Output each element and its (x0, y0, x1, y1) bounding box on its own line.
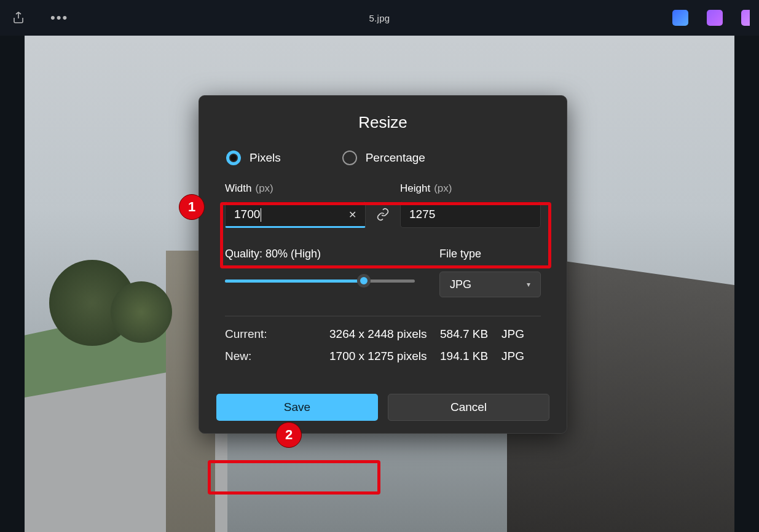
new-size: 194.1 KB (440, 350, 501, 363)
radio-pixels-label: Pixels (250, 151, 281, 165)
current-type: JPG (501, 327, 538, 341)
app-icon-1[interactable] (672, 10, 688, 26)
filetype-label: File type (439, 248, 541, 260)
quality-slider[interactable] (225, 274, 415, 286)
radio-pixels[interactable]: Pixels (226, 151, 281, 165)
width-unit: (px) (255, 182, 273, 195)
save-button-label: Save (284, 401, 310, 414)
chevron-down-icon: ▾ (527, 280, 530, 289)
current-dims: 3264 x 2448 pixels (329, 327, 440, 341)
new-label: New: (225, 350, 329, 363)
unit-radio-group: Pixels Percentage (216, 151, 549, 165)
radio-percentage[interactable]: Percentage (342, 151, 425, 165)
app-icon-3[interactable] (741, 10, 750, 26)
height-unit: (px) (434, 182, 452, 195)
filetype-value: JPG (450, 278, 471, 291)
clear-width-icon[interactable]: ✕ (348, 209, 356, 221)
save-button[interactable]: Save (216, 394, 378, 421)
height-input[interactable]: 1275 (400, 201, 541, 228)
resize-dialog: Resize Pixels Percentage Width (px) 1700… (199, 95, 567, 434)
annotation-badge-1: 1 (179, 194, 205, 220)
new-dims: 1700 x 1275 pixels (329, 350, 440, 363)
slider-thumb[interactable] (357, 274, 371, 288)
radio-pixels-indicator (226, 151, 241, 165)
info-grid: Current: 3264 x 2448 pixels 584.7 KB JPG… (216, 327, 549, 372)
title-bar: ••• 5.jpg (0, 0, 759, 36)
quality-label: Quality: 80% (High) (225, 248, 415, 260)
width-value: 1700 (234, 208, 260, 221)
annotation-badge-2: 2 (276, 422, 302, 448)
radio-percentage-indicator (342, 151, 357, 165)
current-label: Current: (225, 327, 329, 341)
share-icon[interactable] (11, 10, 26, 25)
width-input[interactable]: 1700 ✕ (225, 201, 366, 228)
app-icon-2[interactable] (707, 10, 723, 26)
current-size: 584.7 KB (440, 327, 501, 341)
cancel-button[interactable]: Cancel (388, 394, 549, 421)
divider (225, 316, 541, 316)
new-type: JPG (501, 350, 538, 363)
cancel-button-label: Cancel (450, 401, 487, 414)
aspect-lock-icon[interactable] (374, 201, 391, 228)
radio-percentage-label: Percentage (366, 151, 425, 165)
dialog-title: Resize (216, 113, 549, 132)
filetype-select[interactable]: JPG ▾ (439, 272, 541, 297)
height-value: 1275 (409, 208, 435, 221)
more-icon[interactable]: ••• (50, 10, 68, 26)
height-label: Height (400, 182, 430, 195)
file-name: 5.jpg (369, 13, 390, 23)
width-label: Width (225, 182, 251, 195)
